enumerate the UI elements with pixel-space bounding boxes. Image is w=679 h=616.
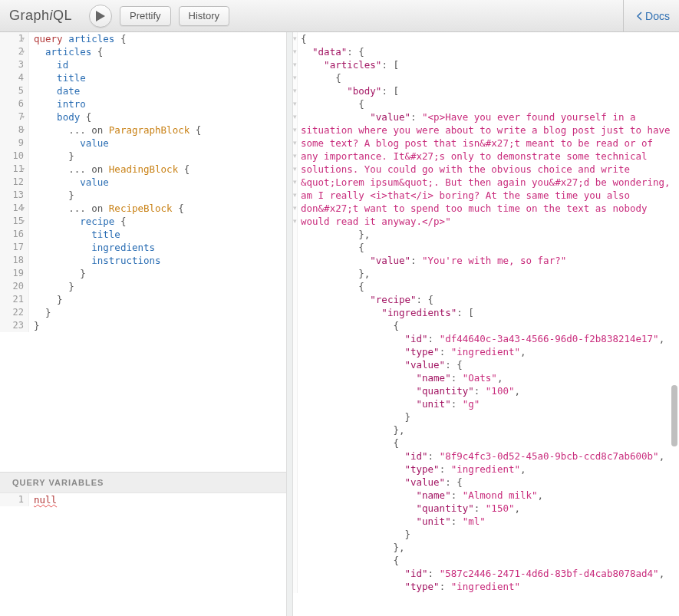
prettify-button[interactable]: Prettify: [120, 6, 170, 26]
chevron-left-icon: [636, 12, 642, 21]
history-button[interactable]: History: [179, 6, 229, 26]
scrollbar-thumb[interactable]: [671, 385, 677, 446]
play-icon: [96, 11, 105, 21]
toolbar: GraphiQL Prettify History Docs: [0, 0, 679, 32]
docs-label: Docs: [645, 10, 670, 22]
docs-link[interactable]: Docs: [636, 10, 670, 22]
variables-editor[interactable]: 1 null: [0, 493, 286, 616]
vars-code[interactable]: null: [29, 493, 61, 506]
query-editor[interactable]: 1▾2▾34567▾8▾91011▾121314▾15▾161718192021…: [0, 32, 286, 472]
vars-gutter: 1: [0, 493, 29, 506]
result-pane[interactable]: ▾▾▾▾▾▾ ▾ ▾▾▾▾ ▾ ▾ ▾ ▾ { "data": { "artic…: [293, 32, 679, 616]
result-code: { "data": { "articles": [ { "body": [ { …: [298, 32, 679, 593]
query-gutter: 1▾2▾34567▾8▾91011▾121314▾15▾161718192021…: [0, 32, 29, 332]
query-code[interactable]: query articles { articles { id title dat…: [29, 32, 206, 332]
app-logo: GraphiQL: [9, 8, 72, 24]
variables-header[interactable]: Query Variables: [0, 472, 286, 493]
pane-resizer[interactable]: [287, 32, 293, 616]
run-button[interactable]: [89, 5, 112, 28]
